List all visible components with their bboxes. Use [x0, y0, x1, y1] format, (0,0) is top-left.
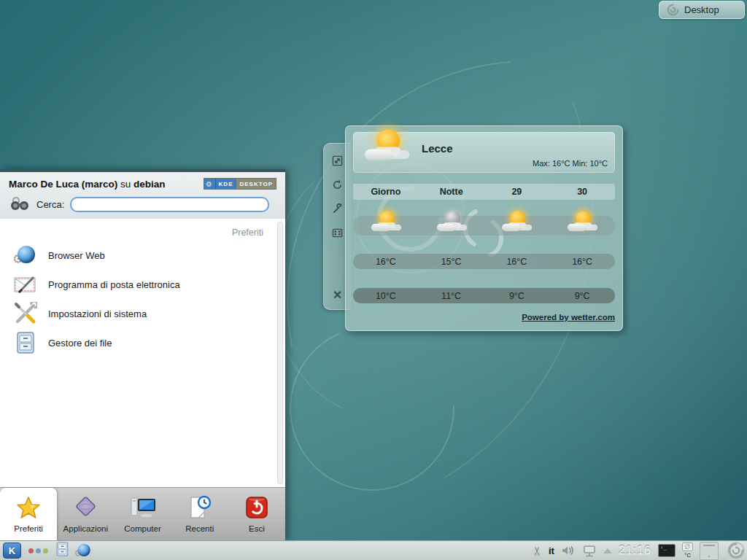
- user-name: Marco De Luca (marco): [9, 179, 117, 190]
- network-monitor-icon[interactable]: [582, 545, 597, 557]
- web-browser-globe-icon: ⚙: [13, 243, 38, 268]
- tab-label: Applicazioni: [63, 524, 108, 533]
- weather-header: Lecce Max: 16°C Min: 10°C: [353, 132, 615, 173]
- search-label: Cerca:: [36, 199, 64, 210]
- cashew-icon: [667, 4, 679, 16]
- power-logout-icon: [245, 496, 268, 522]
- temp-value: 16°C: [353, 257, 419, 267]
- temp-value: 16°C: [484, 257, 550, 267]
- applications-diamond-icon: [73, 496, 98, 522]
- temp-value: 10°C: [353, 291, 419, 301]
- web-browser-globe-icon[interactable]: ⚙: [77, 541, 96, 560]
- configure-wrench-icon[interactable]: [331, 202, 344, 215]
- user-title: Marco De Luca (marco) su debian: [9, 179, 166, 190]
- weather-night-temps: 10°C 11°C 9°C 9°C: [353, 288, 615, 303]
- weather-tray-label: °C: [684, 552, 691, 559]
- item-label: Programma di posta elettronica: [48, 279, 180, 290]
- moon-cloud-icon: [437, 217, 466, 236]
- close-icon[interactable]: ×: [333, 289, 342, 300]
- resize-icon[interactable]: [331, 154, 344, 167]
- sun-cloud-icon: [568, 217, 597, 236]
- list-item-system-settings[interactable]: Impostazioni di sistema: [10, 299, 275, 328]
- kde-menu-icon[interactable]: K: [3, 542, 21, 559]
- expand-arrow-icon[interactable]: [603, 548, 612, 553]
- weather-city: Lecce: [422, 142, 453, 155]
- temp-value: 15°C: [419, 257, 484, 267]
- rotate-icon[interactable]: [331, 178, 344, 191]
- temp-value: 16°C: [549, 257, 615, 267]
- weather-column-headers: Giorno Notte 29 30: [353, 184, 615, 200]
- weather-icon-row: [353, 216, 615, 236]
- kde-gear-icon: ⚙: [204, 179, 216, 189]
- item-label: Impostazioni di sistema: [48, 308, 147, 319]
- weather-maxmin: Max: 16°C Min: 10°C: [533, 159, 608, 168]
- weather-widget: Lecce Max: 16°C Min: 10°C Giorno Notte 2…: [345, 125, 623, 331]
- wetter-link[interactable]: Powered by wetter.com: [522, 313, 615, 322]
- kickoff-launcher: Marco De Luca (marco) su debian ⚙ KDE DE…: [0, 169, 285, 540]
- list-item-mail[interactable]: Programma di posta elettronica: [10, 270, 275, 299]
- temp-value: 9°C: [549, 291, 615, 301]
- toolbox-label: Desktop: [684, 4, 719, 15]
- tab-recenti[interactable]: Recenti: [171, 488, 228, 540]
- sun-cloud-icon: [371, 217, 400, 236]
- host-name: debian: [133, 179, 166, 190]
- kickoff-list: Preferiti ⚙ Browser Web Programma di pos…: [0, 219, 285, 487]
- keyboard-layout-indicator[interactable]: it: [549, 545, 554, 556]
- col-header: 30: [549, 187, 615, 197]
- recent-clock-document-icon: [188, 496, 212, 522]
- list-item-file-manager[interactable]: Gestore dei file: [10, 328, 275, 357]
- pager-widget[interactable]: [700, 542, 719, 560]
- badge-kde-label: KDE: [216, 179, 236, 189]
- kde-desktop-badge: ⚙ KDE DESKTOP: [204, 178, 276, 190]
- mail-envelope-icon: [13, 272, 38, 297]
- tab-computer[interactable]: Computer: [114, 488, 171, 540]
- col-header: Notte: [419, 187, 484, 197]
- volume-speaker-icon[interactable]: [561, 545, 576, 556]
- col-header: Giorno: [353, 187, 419, 197]
- konsole-terminal-icon[interactable]: ›_: [658, 544, 676, 557]
- weather-tray-icon[interactable]: ∅ °C: [682, 542, 693, 559]
- section-label: Preferiti: [10, 223, 275, 241]
- item-label: Browser Web: [48, 250, 105, 261]
- file-manager-cabinet-icon: [13, 330, 38, 355]
- tab-label: Computer: [124, 524, 161, 533]
- system-settings-tools-icon: [13, 301, 38, 326]
- star-icon: [16, 496, 41, 522]
- tab-label: Recenti: [185, 524, 214, 533]
- bottom-panel: K ⚙ ✂ it: [0, 540, 747, 560]
- kickoff-header: Marco De Luca (marco) su debian ⚙ KDE DE…: [0, 172, 285, 219]
- conjunction: su: [117, 179, 133, 190]
- tab-applicazioni[interactable]: Applicazioni: [57, 488, 114, 540]
- search-binoculars-icon: [9, 194, 31, 214]
- search-input[interactable]: [70, 197, 269, 212]
- item-label: Gestore dei file: [48, 338, 112, 349]
- task-dots-icon[interactable]: [28, 548, 48, 553]
- tab-preferiti[interactable]: Preferiti: [0, 488, 57, 540]
- kickoff-tabs: Preferiti Applicazioni: [0, 487, 285, 540]
- computer-monitor-icon: [130, 496, 156, 522]
- temp-value: 9°C: [484, 291, 550, 301]
- scrollbar[interactable]: [277, 222, 283, 484]
- badge-desktop-label: DESKTOP: [236, 179, 276, 189]
- temp-value: 11°C: [419, 291, 484, 301]
- weather-day-temps: 16°C 15°C 16°C 16°C: [353, 254, 615, 269]
- col-header: 29: [484, 187, 550, 197]
- klipper-scissors-icon[interactable]: ✂: [530, 545, 544, 555]
- maximize-icon[interactable]: [331, 226, 344, 239]
- tab-label: Esci: [249, 524, 265, 533]
- tab-esci[interactable]: Esci: [228, 488, 285, 540]
- sun-cloud-icon: [502, 217, 531, 236]
- list-item-browser-web[interactable]: ⚙ Browser Web: [10, 241, 275, 270]
- panel-cashew-icon[interactable]: [727, 541, 746, 560]
- tab-label: Preferiti: [14, 524, 43, 533]
- sun-cloud-icon: [365, 139, 409, 167]
- file-manager-cabinet-icon[interactable]: [55, 542, 69, 559]
- desktop-toolbox-button[interactable]: Desktop: [659, 1, 745, 19]
- digital-clock[interactable]: 21:16: [619, 544, 651, 557]
- weather-credit: Powered by wetter.com: [353, 313, 615, 322]
